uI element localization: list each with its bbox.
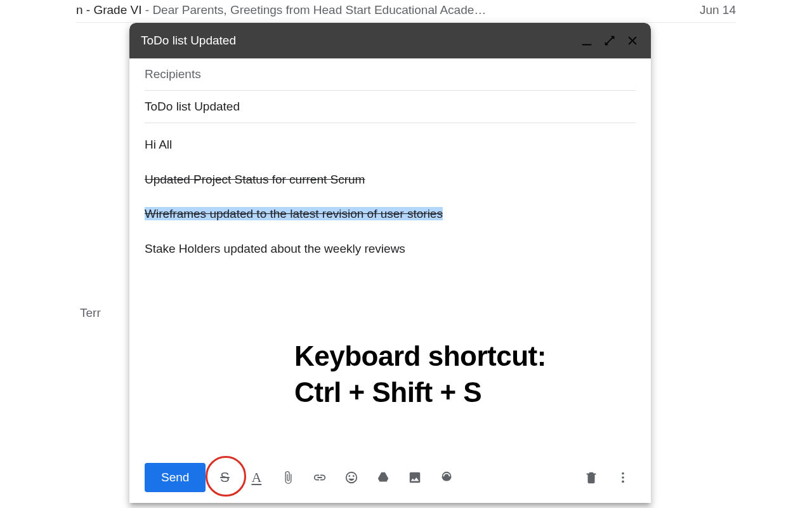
compose-editor[interactable]: Hi All Updated Project Status for curren… [145,123,636,257]
row-snippet: Dear Parents, Greetings from Head Start … [152,3,486,17]
body-line-1-text: Updated Project Status for current Scrum [145,173,365,186]
formatting-glyph: A [251,469,261,486]
more-icon[interactable] [610,465,636,490]
svg-point-1 [622,472,624,475]
confidential-icon[interactable] [434,465,459,490]
link-icon[interactable] [307,465,332,490]
svg-point-2 [622,476,624,479]
recipients-placeholder: Recipients [145,67,201,81]
inbox-row-text: n - Grade VI - Dear Parents, Greetings f… [76,3,687,17]
formatting-icon[interactable]: A [244,465,269,490]
body-line-1: Updated Project Status for current Scrum [145,172,636,188]
body-greeting: Hi All [145,137,636,153]
close-icon[interactable] [625,34,639,48]
compose-window: ToDo list Updated Recipients ToDo list U… [129,23,651,503]
annotation-line-1: Keyboard shortcut: [294,338,546,374]
drive-icon[interactable] [370,465,396,490]
strikethrough-glyph: S [220,469,230,486]
annotation-overlay: Keyboard shortcut: Ctrl + Shift + S [294,338,546,410]
recipients-field[interactable]: Recipients [145,58,636,91]
compose-header[interactable]: ToDo list Updated [129,23,651,58]
row-sep: - [142,3,153,17]
expand-icon[interactable] [603,34,617,48]
attach-icon[interactable] [275,465,301,490]
subject-text: ToDo list Updated [145,100,240,113]
delete-icon[interactable] [579,465,604,490]
image-icon[interactable] [402,465,428,490]
annotation-line-2: Ctrl + Shift + S [294,374,546,410]
svg-point-3 [622,481,624,483]
compose-body: Recipients ToDo list Updated Hi All Upda… [129,58,651,452]
background-text-fragment: Terr [80,306,101,320]
inbox-row[interactable]: n - Grade VI - Dear Parents, Greetings f… [76,0,736,23]
body-line-2-text: Wireframes updated to the latest revisio… [145,207,443,220]
row-subject-frag: n - Grade VI [76,3,142,17]
compose-footer: Send S A [129,452,651,503]
svg-rect-0 [582,44,592,46]
body-line-3: Stake Holders updated about the weekly r… [145,241,636,257]
subject-field[interactable]: ToDo list Updated [145,91,636,123]
minimize-icon[interactable] [580,34,594,48]
emoji-icon[interactable] [339,465,364,490]
body-line-2: Wireframes updated to the latest revisio… [145,206,636,222]
strikethrough-icon[interactable]: S [212,465,237,490]
compose-title: ToDo list Updated [141,34,571,48]
send-button[interactable]: Send [145,463,206,492]
row-date: Jun 14 [700,3,736,17]
